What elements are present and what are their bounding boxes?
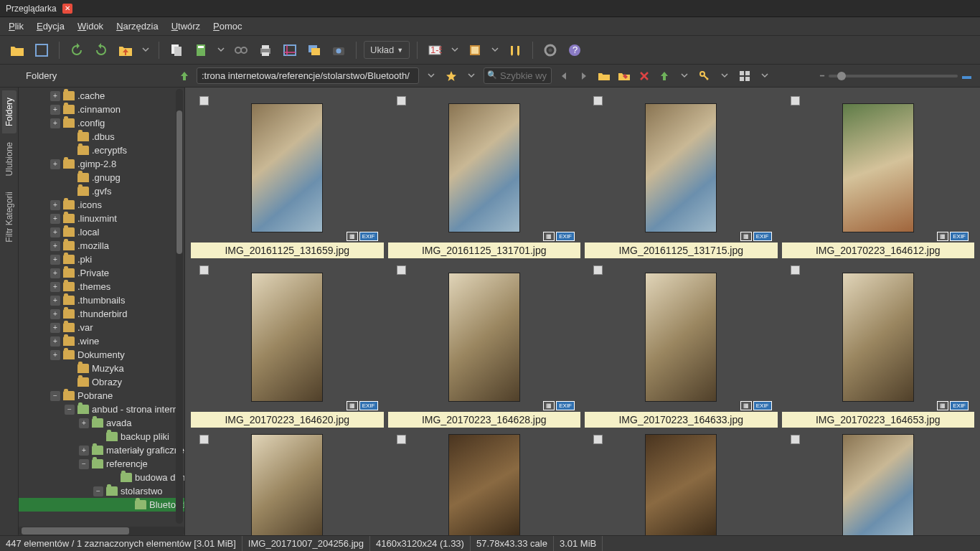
tree-item[interactable]: +.thunderbird [19,307,184,321]
thumbnail-cell[interactable] [782,432,975,535]
thumbnail-cell[interactable] [191,432,384,535]
tree-item[interactable]: +.icons [19,198,184,212]
tree-item[interactable]: −stolarstwo [19,484,184,498]
chevron-down-icon[interactable] [757,68,773,84]
tree-item[interactable]: Bluetooth [19,498,184,512]
tree-item[interactable]: .gvfs [19,184,184,198]
checkbox[interactable] [593,435,603,444]
tree-item[interactable]: +.Private [19,266,184,280]
thumbnail-cell[interactable]: ▦EXIFIMG_20170223_164612.jpg [782,93,975,258]
expand-icon[interactable] [65,377,75,387]
checkbox[interactable] [593,96,603,105]
path-input[interactable] [197,67,419,84]
menu-edit[interactable]: Edycja [37,21,65,32]
expand-icon[interactable]: + [50,227,60,237]
tree-item[interactable]: +.config [19,116,184,130]
thumbnail-cell[interactable]: ▦EXIFIMG_20170223_164620.jpg [191,263,384,428]
tree-item[interactable]: budowa domów [19,471,184,484]
tree-item[interactable]: +Dokumenty [19,348,184,362]
expand-icon[interactable]: + [50,241,60,251]
folder-edit-icon[interactable] [616,68,632,84]
expand-icon[interactable]: + [79,418,89,428]
expand-icon[interactable]: + [50,309,60,319]
expand-icon[interactable]: + [50,200,60,210]
chevron-down-icon[interactable] [489,40,501,60]
expand-icon[interactable]: + [50,336,60,347]
refresh-left-icon[interactable] [67,40,87,60]
camera-icon[interactable] [329,40,349,60]
chevron-down-icon[interactable] [140,40,151,60]
star-icon[interactable] [443,68,459,84]
back-icon[interactable] [556,68,572,84]
sort-icon[interactable] [505,40,525,60]
thumbnail-cell[interactable]: ▦EXIFIMG_20161125_131701.jpg [388,93,581,258]
tree-item[interactable]: .gnupg [19,171,184,184]
expand-icon[interactable]: − [79,459,89,469]
expand-icon[interactable] [65,187,75,197]
tree-item[interactable]: +.wine [19,334,184,348]
tree-item[interactable]: +.gimp-2.8 [19,157,184,171]
expand-icon[interactable]: + [50,323,60,333]
horizontal-scrollbar[interactable] [19,527,184,535]
vtab-category[interactable]: Filtr Kategorii [2,184,17,250]
menu-tools[interactable]: Narzędzia [116,21,159,32]
chevron-down-icon[interactable] [463,68,479,84]
forward-icon[interactable] [576,68,592,84]
thumbnail-cell[interactable] [585,432,778,535]
expand-icon[interactable] [65,364,75,374]
thumbnail-cell[interactable]: ▦EXIFIMG_20170223_164633.jpg [585,263,778,428]
tree-item[interactable]: −Pobrane [19,389,184,402]
refresh-right-icon[interactable] [91,40,111,60]
menu-create[interactable]: Utwórz [171,21,200,32]
help-icon[interactable]: ? [565,40,585,60]
thumbnail-cell[interactable]: ▦EXIFIMG_20170223_164653.jpg [782,263,975,428]
expand-icon[interactable] [65,132,75,142]
tree-item[interactable]: .dbus [19,130,184,143]
checkbox[interactable] [791,265,800,275]
expand-icon[interactable]: + [50,214,60,224]
folder-up-icon[interactable] [116,40,136,60]
menu-file[interactable]: Plik [9,21,24,32]
tree-item[interactable]: +.thumbnails [19,293,184,307]
tree-item[interactable]: +.mozilla [19,239,184,253]
checkbox[interactable] [593,265,603,275]
thumbnail-cell[interactable]: ▦EXIFIMG_20170223_164628.jpg [388,263,581,428]
fullscreen-icon[interactable] [32,40,52,60]
expand-icon[interactable]: + [50,350,60,360]
tree-item[interactable]: +.pki [19,253,184,266]
expand-icon[interactable]: + [50,268,60,278]
tree-item[interactable]: .ecryptfs [19,143,184,157]
expand-icon[interactable]: + [50,105,60,115]
home-up-icon[interactable] [656,68,672,84]
print-icon[interactable] [255,40,275,60]
expand-icon[interactable] [122,500,132,510]
expand-icon[interactable]: + [50,296,60,306]
checkbox[interactable] [397,265,406,275]
expand-icon[interactable]: + [79,446,89,456]
expand-icon[interactable]: − [65,405,75,415]
tree-item[interactable]: +.themes [19,280,184,293]
chevron-down-icon[interactable] [449,40,461,60]
thumbnail-cell[interactable]: ▦EXIFIMG_20161125_131715.jpg [585,93,778,258]
folder-tree[interactable]: +.cache+.cinnamon+.config.dbus.ecryptfs+… [19,88,184,525]
tree-item[interactable]: +.var [19,321,184,334]
expand-icon[interactable]: + [50,91,60,101]
tree-item[interactable]: backup pliki [19,430,184,443]
tree-item[interactable]: +.local [19,225,184,239]
tree-item[interactable]: +materiały graficzne [19,443,184,457]
vtab-favorites[interactable]: Ulubione [2,135,17,183]
thumbnail-cell[interactable]: ▦EXIFIMG_20161125_131659.jpg [191,93,384,258]
expand-icon[interactable]: − [93,486,103,496]
chevron-down-icon[interactable] [215,40,227,60]
vertical-scrollbar[interactable] [176,89,183,524]
tree-item[interactable]: +.linuxmint [19,212,184,225]
key-icon[interactable] [697,68,712,84]
checkbox[interactable] [791,96,800,105]
go-up-icon[interactable] [176,68,192,84]
checkbox[interactable] [199,435,209,444]
layers-icon[interactable] [304,40,324,60]
menu-help[interactable]: Pomoc [213,21,242,32]
tree-item[interactable]: +avada [19,416,184,430]
find-icon[interactable] [231,40,251,60]
expand-icon[interactable] [93,432,103,442]
